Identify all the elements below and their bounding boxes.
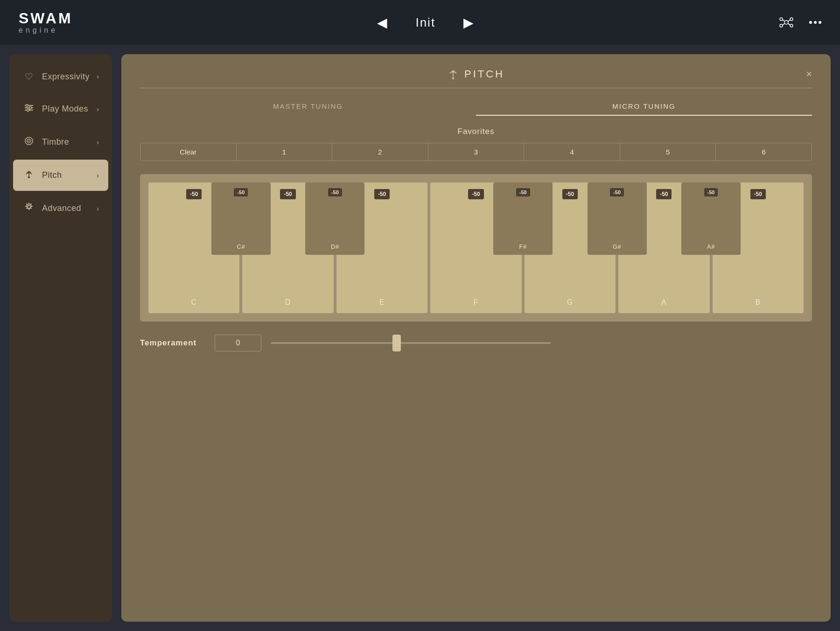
key-Fs[interactable]: -50F# xyxy=(493,182,553,255)
svg-point-20 xyxy=(452,77,454,79)
dot1 xyxy=(809,21,812,24)
fav-clear-button[interactable]: Clear xyxy=(140,143,237,161)
pitch-panel-icon xyxy=(448,69,459,80)
fav-3-button[interactable]: 3 xyxy=(428,143,525,161)
timbre-arrow: › xyxy=(97,139,99,146)
fav-6-button[interactable]: 6 xyxy=(716,143,812,161)
panel-tabs: MASTER TUNING MICRO TUNING xyxy=(140,98,812,116)
key-D-name: D xyxy=(285,298,291,307)
key-Cs-name: C# xyxy=(237,243,245,250)
expressivity-arrow: › xyxy=(97,73,99,80)
key-Fs-value: -50 xyxy=(516,188,530,196)
fav-5-button[interactable]: 5 xyxy=(620,143,716,161)
svg-point-3 xyxy=(780,24,783,27)
tab-master-tuning[interactable]: MASTER TUNING xyxy=(140,98,476,116)
app-logo: SWAM engine xyxy=(19,11,73,34)
temperament-slider-thumb[interactable] xyxy=(392,335,401,351)
main-layout: ♡ Expressivity › Play Modes › xyxy=(0,45,840,631)
sidebar-item-pitch[interactable]: Pitch › xyxy=(13,160,108,191)
dot3 xyxy=(819,21,821,24)
key-G-value: -50 xyxy=(562,189,578,199)
sidebar-label-pitch: Pitch xyxy=(42,170,90,180)
panel-title-group: PITCH xyxy=(448,68,504,80)
sidebar-label-expressivity: Expressivity xyxy=(42,72,90,82)
sidebar-item-timbre[interactable]: Timbre › xyxy=(13,126,108,158)
svg-line-5 xyxy=(782,20,784,21)
tab-micro-tuning[interactable]: MICRO TUNING xyxy=(476,98,812,116)
sliders-icon xyxy=(22,103,35,115)
next-button[interactable]: ▶ xyxy=(463,15,474,30)
key-F-name: F xyxy=(474,298,479,307)
pitch-panel: PITCH × MASTER TUNING MICRO TUNING Favor… xyxy=(121,54,831,622)
key-B-name: B xyxy=(755,298,761,307)
key-A-name: A xyxy=(661,298,667,307)
sidebar-label-advanced: Advanced xyxy=(42,203,90,213)
key-A-value: -50 xyxy=(656,189,672,199)
svg-point-12 xyxy=(26,105,28,107)
key-Ds[interactable]: -50D# xyxy=(305,182,364,255)
key-C-value: -50 xyxy=(186,189,202,199)
prev-button[interactable]: ◀ xyxy=(377,15,387,30)
key-E-value: -50 xyxy=(374,189,390,199)
heart-icon: ♡ xyxy=(22,71,35,82)
dot2 xyxy=(814,21,817,24)
key-Gs-value: -50 xyxy=(610,188,624,196)
temperament-row: Temperament xyxy=(140,335,812,351)
sidebar-label-play-modes: Play Modes xyxy=(42,104,90,114)
key-Gs-name: G# xyxy=(613,243,621,250)
key-C-name: C xyxy=(191,298,197,307)
favorites-label: Favorites xyxy=(140,127,812,136)
svg-line-6 xyxy=(788,20,790,21)
temperament-input[interactable] xyxy=(215,335,261,351)
sidebar-item-advanced[interactable]: Advanced › xyxy=(13,193,108,224)
play-modes-arrow: › xyxy=(97,105,99,113)
key-As-name: A# xyxy=(707,243,715,250)
logo-swam: SWAM xyxy=(19,11,73,26)
piano-keyboard: -50 C -50 D -50 E -50 F xyxy=(140,174,812,322)
favorites-buttons: Clear 1 2 3 4 5 6 xyxy=(140,143,812,161)
svg-point-13 xyxy=(29,107,32,109)
key-F-value: -50 xyxy=(468,189,483,199)
svg-point-17 xyxy=(28,140,30,142)
key-Cs[interactable]: -50C# xyxy=(211,182,271,255)
advanced-arrow: › xyxy=(97,205,99,212)
close-button[interactable]: × xyxy=(806,68,812,80)
svg-point-18 xyxy=(28,176,30,178)
svg-point-4 xyxy=(790,24,793,27)
pitch-arrow: › xyxy=(97,172,99,179)
fav-1-button[interactable]: 1 xyxy=(237,143,333,161)
key-D-value: -50 xyxy=(280,189,295,199)
logo-engine: engine xyxy=(19,27,73,34)
network-icon[interactable] xyxy=(778,14,794,30)
sidebar-item-expressivity[interactable]: ♡ Expressivity › xyxy=(13,62,108,91)
sidebar: ♡ Expressivity › Play Modes › xyxy=(9,54,112,622)
key-As[interactable]: -50A# xyxy=(681,182,741,255)
key-Gs[interactable]: -50G# xyxy=(588,182,647,255)
svg-line-8 xyxy=(788,24,790,25)
header-divider xyxy=(140,88,812,88)
gear-icon xyxy=(22,202,35,215)
fav-4-button[interactable]: 4 xyxy=(524,143,620,161)
panel-title: PITCH xyxy=(464,68,504,80)
key-Ds-value: -50 xyxy=(328,188,342,196)
header-nav: ◀ Init ▶ xyxy=(377,15,474,30)
more-options-button[interactable] xyxy=(809,21,821,24)
svg-line-7 xyxy=(782,24,784,25)
svg-point-14 xyxy=(27,109,29,112)
key-Fs-name: F# xyxy=(519,243,527,250)
svg-point-2 xyxy=(790,18,793,21)
panel-header: PITCH × xyxy=(140,68,812,80)
pitch-icon xyxy=(22,169,35,182)
temperament-slider-track[interactable] xyxy=(271,342,551,344)
key-Ds-name: D# xyxy=(331,243,339,250)
svg-point-1 xyxy=(780,18,783,21)
preset-title: Init xyxy=(415,15,435,30)
temperament-label: Temperament xyxy=(140,338,205,348)
key-Cs-value: -50 xyxy=(234,188,248,196)
header-actions xyxy=(778,14,821,30)
sidebar-item-play-modes[interactable]: Play Modes › xyxy=(13,93,108,125)
piano-wrapper: -50 C -50 D -50 E -50 F xyxy=(148,182,804,313)
svg-point-0 xyxy=(784,21,788,24)
key-B-value: -50 xyxy=(750,189,766,199)
fav-2-button[interactable]: 2 xyxy=(332,143,428,161)
